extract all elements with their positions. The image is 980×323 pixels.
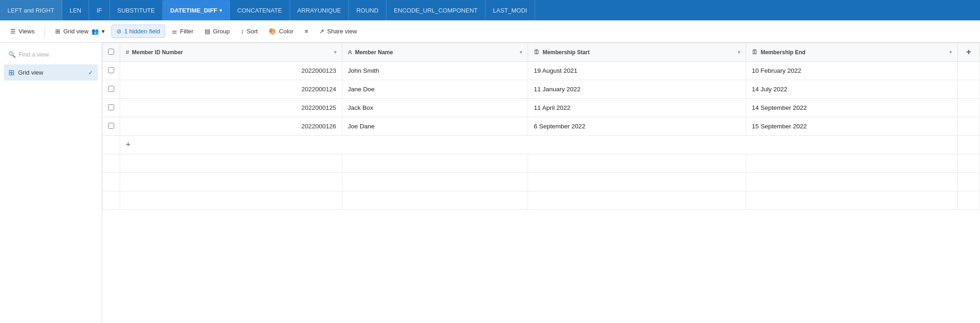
cell-membership-start-3: 6 September 2022 [528,117,746,136]
main-container: 🔍 Find a view ⊞ Grid view ✓ # Member ID … [0,43,980,323]
date-col-icon-end: 🗓 [752,49,758,56]
select-all-checkbox-header[interactable] [103,43,120,62]
hidden-field-button[interactable]: ⊘ 1 hidden field [111,25,165,38]
row-checkbox-1[interactable] [108,86,114,92]
toolbar-divider-1 [45,26,45,37]
empty-row-2 [103,173,980,191]
col-header-membership-end[interactable]: 🗓 Membership End ▾ [746,43,958,62]
filter-button[interactable]: ⚌ Filter [167,25,198,38]
tab-bar: LEFT and RIGHT LEN IF SUBSTITUTE DATETIM… [0,0,980,20]
tab-last-modi[interactable]: LAST_MODI [485,0,535,20]
cell-membership-start-2: 11 April 2022 [528,99,746,117]
number-col-icon: # [126,49,129,56]
grid-view-button[interactable]: ⊞ Grid view 👥 ▾ [51,25,109,38]
filter-icon: ⚌ [172,28,177,35]
sort-icon: ↕ [241,28,244,35]
row-checkbox-cell-2[interactable] [103,99,120,117]
cell-membership-end-2: 14 September 2022 [746,99,958,117]
data-table: # Member ID Number ▾ A Member Name ▾ [102,43,980,210]
select-all-checkbox[interactable] [108,49,114,55]
col-header-member-name[interactable]: A Member Name ▾ [342,43,528,62]
empty-row-1 [103,154,980,173]
cell-member-id-3: 2022000126 [120,117,342,136]
table-row: 2022000125 Jack Box 11 April 2022 14 Sep… [103,99,980,117]
row-checkbox-0[interactable] [108,67,114,73]
share-view-button[interactable]: ↗ Share view [315,25,361,38]
cell-member-name-3: Joe Dane [342,117,528,136]
row-checkbox-2[interactable] [108,104,114,110]
eye-icon: ⊘ [116,28,122,35]
cell-membership-end-3: 15 September 2022 [746,117,958,136]
tab-chevron-icon: ▾ [219,8,222,13]
check-icon: ✓ [88,69,93,76]
add-row-spacer [958,136,980,154]
row-height-button[interactable]: ≡ [300,25,313,38]
people-icon: 👥 [91,28,99,35]
table-row: 2022000124 Jane Doe 11 January 2022 14 J… [103,80,980,99]
cell-member-id-0: 2022000123 [120,62,342,80]
cell-member-name-2: Jack Box [342,99,528,117]
empty-row-3 [103,191,980,210]
cell-member-name-0: John Smith [342,62,528,80]
row-checkbox-cell-1[interactable] [103,80,120,99]
cell-membership-end-0: 10 February 2022 [746,62,958,80]
search-icon: 🔍 [8,51,16,58]
row-checkbox-cell-0[interactable] [103,62,120,80]
chevron-down-icon: ▾ [102,28,105,35]
share-icon: ↗ [319,28,324,35]
grid-area: # Member ID Number ▾ A Member Name ▾ [102,43,980,323]
tab-len[interactable]: LEN [62,0,89,20]
col-chevron-member-name[interactable]: ▾ [520,50,522,55]
cell-membership-end-1: 14 July 2022 [746,80,958,99]
row-checkbox-3[interactable] [108,123,114,129]
tab-left-right[interactable]: LEFT and RIGHT [0,0,62,20]
add-row[interactable]: + [103,136,980,154]
cell-member-id-2: 2022000125 [120,99,342,117]
add-column-button[interactable]: + [958,43,980,62]
tab-concatenate[interactable]: CONCATENATE [230,0,290,20]
row-height-icon: ≡ [304,28,308,35]
grid-view-icon: ⊞ [8,68,14,77]
toolbar: ☰ Views ⊞ Grid view 👥 ▾ ⊘ 1 hidden field… [0,20,980,43]
tab-if[interactable]: IF [89,0,110,20]
color-icon: 🎨 [269,28,276,35]
color-button[interactable]: 🎨 Color [264,25,298,38]
col-chevron-member-id[interactable]: ▾ [334,50,336,55]
table-row: 2022000123 John Smith 19 August 2021 10 … [103,62,980,80]
hamburger-icon: ☰ [10,28,16,35]
cell-member-name-1: Jane Doe [342,80,528,99]
views-button[interactable]: ☰ Views [6,25,39,38]
cell-membership-start-1: 11 January 2022 [528,80,746,99]
tab-round[interactable]: ROUND [349,0,387,20]
group-icon: ▤ [205,28,210,35]
tab-arrayunique[interactable]: ARRAYUNIQUE [290,0,349,20]
date-col-icon-start: 🗓 [534,49,540,56]
col-header-membership-start[interactable]: 🗓 Membership Start ▾ [528,43,746,62]
row-checkbox-cell-3[interactable] [103,117,120,136]
cell-membership-start-0: 19 August 2021 [528,62,746,80]
table-row: 2022000126 Joe Dane 6 September 2022 15 … [103,117,980,136]
col-chevron-membership-start[interactable]: ▾ [738,50,740,55]
sidebar-item-grid-view[interactable]: ⊞ Grid view ✓ [4,64,98,81]
col-chevron-membership-end[interactable]: ▾ [949,50,952,55]
tab-datetime-diff[interactable]: DATETIME_DIFF ▾ [163,0,230,20]
text-col-icon: A [348,49,352,56]
tab-encode-url[interactable]: ENCODE_URL_COMPONENT [387,0,486,20]
sidebar: 🔍 Find a view ⊞ Grid view ✓ [0,43,102,323]
find-view-search[interactable]: 🔍 Find a view [4,48,98,61]
grid-icon: ⊞ [55,28,60,35]
group-button[interactable]: ▤ Group [200,25,234,38]
add-row-checkbox-cell [103,136,120,154]
sort-button[interactable]: ↕ Sort [236,25,262,38]
add-row-button[interactable]: + [120,136,958,154]
col-header-member-id[interactable]: # Member ID Number ▾ [120,43,342,62]
cell-member-id-1: 2022000124 [120,80,342,99]
tab-substitute[interactable]: SUBSTITUTE [110,0,163,20]
